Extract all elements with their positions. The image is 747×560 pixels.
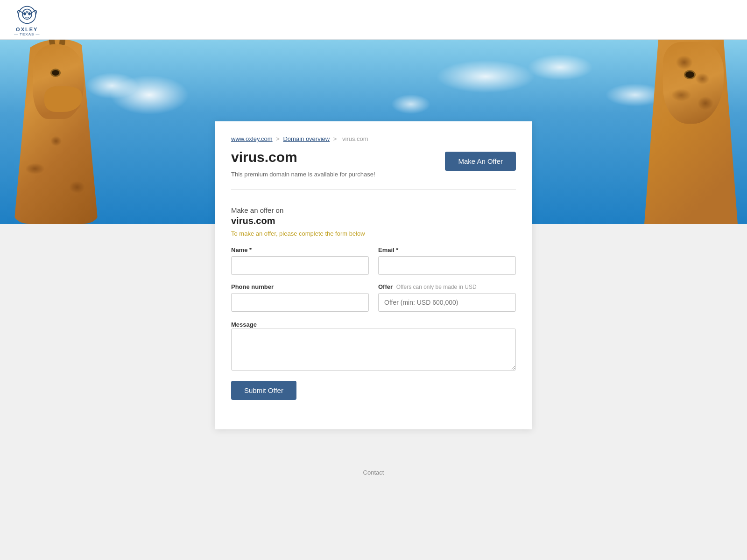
phone-field-group: Phone number: [231, 283, 369, 312]
name-input[interactable]: [231, 256, 369, 275]
main-card: www.oxley.com > Domain overview > virus.…: [215, 121, 532, 429]
breadcrumb-home-link[interactable]: www.oxley.com: [231, 135, 273, 142]
logo-brand-text: OXLEY: [16, 27, 38, 32]
logo-subtext: — TEXAS —: [14, 32, 40, 36]
name-required: *: [249, 246, 252, 253]
domain-header: virus.com This premium domain name is av…: [231, 149, 516, 190]
name-email-row: Name * Email *: [231, 246, 516, 275]
make-offer-button[interactable]: Make An Offer: [445, 152, 516, 171]
phone-input[interactable]: [231, 293, 369, 312]
giraffe-right-head: [644, 42, 728, 135]
form-heading-domain: virus.com: [231, 216, 516, 226]
giraffe-left-eye: [50, 69, 61, 77]
offer-input[interactable]: [378, 293, 516, 312]
offer-field-group: Offer Offers can only be made in USD: [378, 283, 516, 312]
email-required: *: [396, 246, 398, 253]
email-input[interactable]: [378, 256, 516, 275]
logo[interactable]: OXLEY — TEXAS —: [14, 3, 40, 36]
offer-form-section: Make an offer on virus.com To make an of…: [231, 204, 516, 400]
message-label: Message: [231, 321, 257, 328]
contact-link[interactable]: Contact: [363, 469, 384, 476]
svg-point-3: [28, 12, 30, 15]
breadcrumb-current: virus.com: [342, 135, 368, 142]
domain-info: virus.com This premium domain name is av…: [231, 149, 375, 178]
giraffe-left-head: [23, 44, 98, 128]
giraffe-right: [612, 40, 747, 224]
email-label: Email *: [378, 246, 516, 253]
message-textarea[interactable]: [231, 329, 516, 371]
giraffe-left-face: [33, 44, 84, 119]
phone-offer-row: Phone number Offer Offers can only be ma…: [231, 283, 516, 312]
giraffe-left: [0, 40, 135, 224]
domain-description: This premium domain name is available fo…: [231, 171, 375, 178]
message-field-group: Message: [231, 320, 516, 381]
page-background: www.oxley.com > Domain overview > virus.…: [0, 224, 747, 457]
breadcrumb: www.oxley.com > Domain overview > virus.…: [231, 135, 516, 142]
footer: Contact: [0, 457, 747, 488]
breadcrumb-domain-overview-link[interactable]: Domain overview: [283, 135, 330, 142]
giraffe-left-nose: [44, 86, 82, 112]
submit-offer-button[interactable]: Submit Offer: [231, 381, 296, 400]
name-label: Name *: [231, 246, 369, 253]
phone-label: Phone number: [231, 283, 369, 290]
breadcrumb-separator-1: >: [276, 135, 281, 142]
form-heading-small: Make an offer on: [231, 206, 516, 214]
site-header: OXLEY — TEXAS —: [0, 0, 747, 40]
form-subtitle: To make an offer, please complete the fo…: [231, 230, 516, 237]
giraffe-right-pattern: [663, 42, 724, 124]
breadcrumb-separator-2: >: [333, 135, 338, 142]
content-wrapper: www.oxley.com > Domain overview > virus.…: [0, 224, 747, 429]
offer-label: Offer Offers can only be made in USD: [378, 283, 516, 290]
name-field-group: Name *: [231, 246, 369, 275]
logo-icon: [15, 3, 39, 27]
email-field-group: Email *: [378, 246, 516, 275]
domain-title: virus.com: [231, 149, 375, 165]
svg-point-2: [23, 12, 26, 15]
